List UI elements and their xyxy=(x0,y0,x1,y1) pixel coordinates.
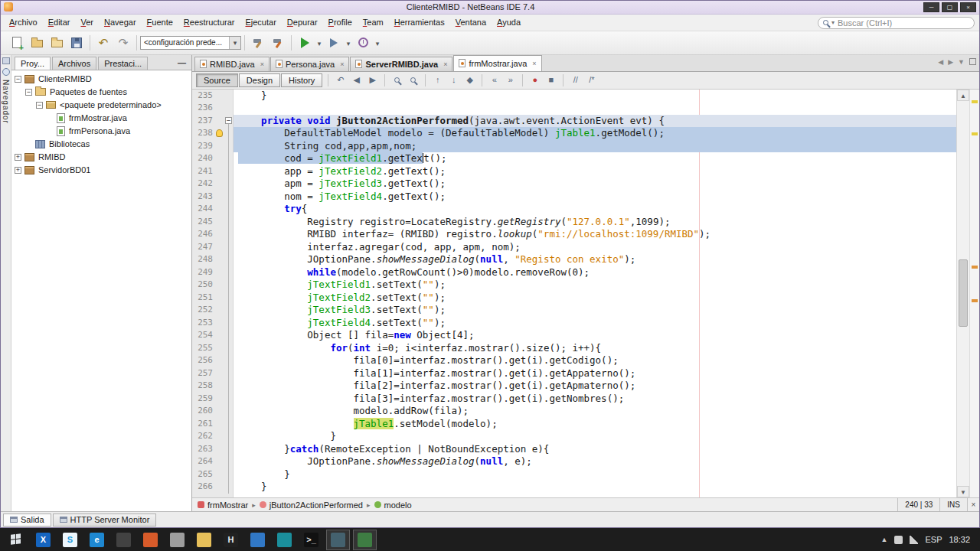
line-number[interactable]: 255 xyxy=(192,342,215,355)
line-number[interactable]: 245 xyxy=(192,216,215,229)
code-text[interactable]: nom = jTextField4.getText(); xyxy=(234,191,956,204)
code-text[interactable]: for(int i=0; i<interfaz.mostrar().size()… xyxy=(234,342,956,355)
code-line[interactable]: 235 } xyxy=(192,90,956,103)
menu-item-depurar[interactable]: Depurar xyxy=(282,15,323,29)
menu-item-navegar[interactable]: Navegar xyxy=(99,15,142,29)
line-number[interactable]: 250 xyxy=(192,279,215,292)
code-text[interactable]: jTextField4.setText(""); xyxy=(234,317,956,330)
new-project-button[interactable] xyxy=(27,33,47,53)
line-number[interactable]: 261 xyxy=(192,418,215,431)
statusbar-close-icon[interactable]: × xyxy=(967,498,979,511)
line-number[interactable]: 259 xyxy=(192,393,215,406)
taskbar-app-7[interactable] xyxy=(192,530,216,550)
code-line[interactable]: 264 JOptionPane.showMessageDialog(null, … xyxy=(192,455,956,468)
line-number[interactable]: 266 xyxy=(192,481,215,494)
code-line[interactable]: 249 while(modelo.getRowCount()>0)modelo.… xyxy=(192,266,956,279)
line-number[interactable]: 235 xyxy=(192,90,215,103)
toggle-bookmark-button[interactable]: ◆ xyxy=(462,73,477,87)
new-file-button[interactable] xyxy=(7,33,27,53)
code-text[interactable]: }catch(RemoteException | NotBoundExcepti… xyxy=(234,443,956,456)
view-button-source[interactable]: Source xyxy=(196,73,238,87)
tree-expander-icon[interactable]: − xyxy=(25,89,32,96)
tab-list-dropdown-icon[interactable]: ▼ xyxy=(958,58,965,66)
code-text[interactable]: jTextField1.setText(""); xyxy=(234,279,956,292)
code-text[interactable]: DefaultTableModel modelo = (DefaultTable… xyxy=(234,127,956,140)
code-line[interactable]: 265 } xyxy=(192,468,956,481)
code-line[interactable]: 241 app = jTextField2.getText(); xyxy=(192,165,956,178)
line-number[interactable]: 252 xyxy=(192,304,215,317)
profile-project-button[interactable] xyxy=(353,33,373,53)
last-edit-position-button[interactable]: ↶ xyxy=(333,73,348,87)
code-text[interactable]: } xyxy=(234,468,956,481)
code-text[interactable]: } xyxy=(234,481,956,494)
taskbar-app-8[interactable]: H xyxy=(219,530,243,550)
code-line[interactable]: 261 jTable1.setModel(modelo); xyxy=(192,418,956,431)
code-line[interactable]: 237− private void jButton2ActionPerforme… xyxy=(192,115,956,128)
tree-expander-icon[interactable]: + xyxy=(15,154,21,161)
next-bookmark-button[interactable]: ↓ xyxy=(446,73,461,87)
menu-item-reestructurar[interactable]: Reestructurar xyxy=(178,15,240,29)
code-text[interactable]: private void jButton2ActionPerformed(jav… xyxy=(234,115,956,128)
code-text[interactable]: String cod,app,apm,nom; xyxy=(234,140,956,153)
code-line[interactable]: 236 xyxy=(192,102,956,115)
code-line[interactable]: 260 modelo.addRow(fila); xyxy=(192,405,956,418)
taskbar-app-11[interactable]: >_ xyxy=(299,530,323,550)
line-number[interactable]: 254 xyxy=(192,329,215,342)
title-bar[interactable]: ClienteRMIBD - NetBeans IDE 7.4 ─ ▢ × xyxy=(1,1,979,15)
taskbar-app-1[interactable]: X xyxy=(31,530,55,550)
editor-vertical-scrollbar[interactable]: ▲ ▼ xyxy=(956,90,969,497)
tray-app-icon[interactable] xyxy=(894,536,903,544)
line-number[interactable]: 236 xyxy=(192,102,215,115)
code-line[interactable]: 239 String cod,app,apm,nom; xyxy=(192,140,956,153)
close-tab-icon[interactable]: × xyxy=(340,60,344,68)
clean-and-build-button[interactable] xyxy=(268,33,288,53)
tree-item-paquetes-de-fuentes[interactable]: −Paquetes de fuentes xyxy=(11,86,191,99)
menu-item-ejecutar[interactable]: Ejecutar xyxy=(240,15,281,29)
find-occurrences-button[interactable] xyxy=(406,73,420,87)
editor-tab-serverrmibd-java[interactable]: ServerRMIBD.java× xyxy=(350,57,452,71)
line-number[interactable]: 239 xyxy=(192,140,215,153)
breadcrumb-jbutton2actionperformed[interactable]: jButton2ActionPerformed xyxy=(258,500,364,510)
code-line[interactable]: 243 nom = jTextField4.getText(); xyxy=(192,191,956,204)
code-text[interactable]: jTextField3.setText(""); xyxy=(234,304,956,317)
menu-item-profile[interactable]: Profile xyxy=(323,15,358,29)
code-line[interactable]: 253 jTextField4.setText(""); xyxy=(192,317,956,330)
quick-search-box[interactable]: ▾ Buscar (Ctrl+I) xyxy=(818,17,975,29)
uncomment-button[interactable]: /* xyxy=(584,73,599,87)
code-text[interactable]: cod = jTextField1.getText(); xyxy=(234,152,956,165)
code-text[interactable]: } xyxy=(234,430,956,443)
navigator-strip-tab[interactable]: Navegador xyxy=(2,80,10,124)
tree-item-frmmostrar-java[interactable]: frmMostrar.java xyxy=(11,112,191,125)
next-error-button[interactable]: » xyxy=(503,73,518,87)
code-text[interactable]: try{ xyxy=(234,203,956,216)
menu-item-editar[interactable]: Editar xyxy=(43,15,76,29)
run-project-button[interactable] xyxy=(295,33,315,53)
error-stripe-mark[interactable] xyxy=(972,132,978,135)
scrollbar-thumb[interactable] xyxy=(959,259,968,327)
code-text[interactable]: while(modelo.getRowCount()>0)modelo.remo… xyxy=(234,266,956,279)
code-line[interactable]: 248 JOptionPane.showMessageDialog(null, … xyxy=(192,253,956,266)
code-text[interactable]: jTextField2.setText(""); xyxy=(234,292,956,305)
line-number[interactable]: 249 xyxy=(192,266,215,279)
code-text[interactable]: JOptionPane.showMessageDialog(null, "Reg… xyxy=(234,253,956,266)
line-number[interactable]: 248 xyxy=(192,253,215,266)
taskbar-app-3[interactable]: e xyxy=(85,530,109,550)
line-number[interactable]: 238 xyxy=(192,127,215,140)
code-line[interactable]: 259 fila[3]=interfaz.mostrar().get(i).ge… xyxy=(192,393,956,406)
line-number[interactable]: 260 xyxy=(192,405,215,418)
tray-overflow-icon[interactable]: ▲ xyxy=(881,536,888,543)
line-number[interactable]: 256 xyxy=(192,354,215,367)
code-text[interactable]: interfaz.agregar(cod, app, apm, nom); xyxy=(234,241,956,254)
tree-item-frmpersona-java[interactable]: frmPersona.java xyxy=(11,125,191,138)
line-number[interactable]: 257 xyxy=(192,367,215,380)
line-number[interactable]: 265 xyxy=(192,468,215,481)
panel-tab-prestaci[interactable]: Prestaci... xyxy=(98,57,148,70)
code-text[interactable]: } xyxy=(234,90,956,103)
tree-item-servidorbd01[interactable]: +ServidorBD01 xyxy=(11,164,191,177)
code-line[interactable]: 238 DefaultTableModel modelo = (DefaultT… xyxy=(192,127,956,140)
taskbar-app-5[interactable] xyxy=(139,530,162,550)
clock[interactable]: 18:32 xyxy=(949,535,970,544)
bottom-tab-salida[interactable]: Salida xyxy=(3,514,51,527)
code-text[interactable]: RMIBD interfaz= (RMIBD) registro.lookup(… xyxy=(234,228,956,241)
code-line[interactable]: 258 fila[2]=interfaz.mostrar().get(i).ge… xyxy=(192,380,956,393)
